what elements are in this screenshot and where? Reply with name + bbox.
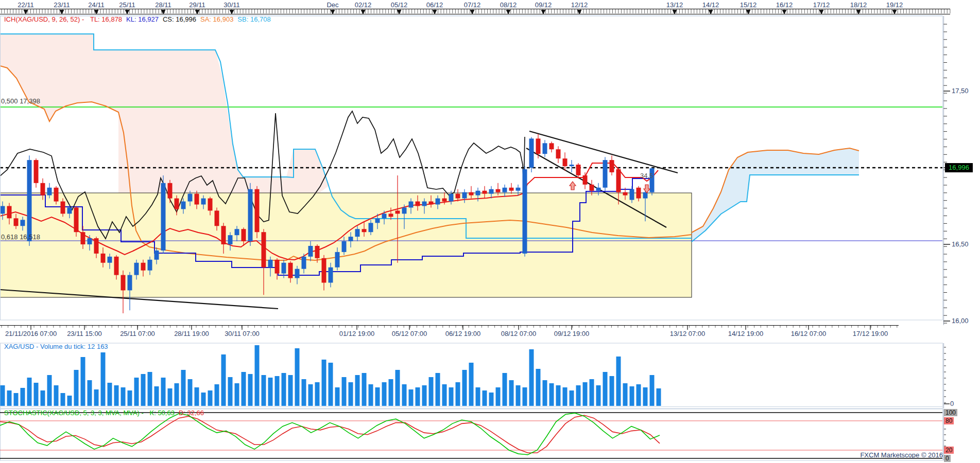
volume-bar	[543, 380, 547, 406]
candle-body	[81, 232, 85, 244]
top-axis-date-triangle	[541, 10, 546, 14]
volume-bar	[108, 383, 112, 406]
candle-body	[416, 202, 420, 206]
candle-body	[1, 206, 5, 214]
volume-bar	[128, 390, 132, 406]
volume-bar	[616, 357, 621, 406]
candle-body	[27, 160, 32, 241]
candle-body	[570, 165, 574, 166]
volume-bar	[181, 370, 186, 406]
volume-bar	[14, 393, 19, 406]
candle-body	[503, 188, 507, 192]
candle-body	[67, 207, 72, 213]
candle-body	[195, 194, 199, 205]
top-axis-date-triangle	[819, 10, 824, 14]
volume-bar	[456, 382, 460, 406]
top-axis-date-triangle	[746, 10, 751, 14]
volume-bar	[315, 382, 320, 406]
volume-bar	[242, 372, 246, 406]
candle-body	[469, 192, 474, 195]
chart-canvas[interactable]	[0, 0, 980, 463]
candle-body	[610, 160, 614, 172]
volume-bar	[637, 384, 641, 406]
top-axis-date-triangle	[892, 10, 897, 14]
volume-bar	[630, 386, 634, 406]
top-axis-date-triangle	[195, 10, 200, 14]
volume-bar	[161, 378, 166, 406]
volume-bar	[576, 385, 581, 406]
candle-body	[543, 143, 547, 154]
candle-body	[342, 241, 347, 252]
candle-body	[456, 194, 460, 199]
top-axis-date-triangle	[506, 10, 511, 14]
volume-bar	[248, 374, 253, 406]
volume-bar	[469, 363, 474, 406]
volume-bar	[81, 357, 85, 406]
candle-body	[322, 258, 326, 283]
candle-body	[208, 199, 213, 211]
candle-body	[295, 269, 300, 278]
candle-body	[54, 188, 59, 202]
volume-bar	[148, 372, 152, 406]
volume-bar	[422, 385, 427, 406]
candle-body	[603, 160, 608, 188]
candle-body	[275, 260, 280, 274]
volume-bar	[496, 387, 501, 406]
volume-bar	[208, 390, 213, 406]
volume-bar	[21, 388, 25, 406]
candle-body	[262, 232, 266, 268]
candle-body	[134, 263, 139, 275]
candle-body	[201, 199, 206, 205]
volume-bar	[442, 384, 447, 406]
candle-body	[396, 210, 400, 213]
candle-body	[7, 206, 12, 219]
volume-bar	[536, 369, 541, 406]
volume-bar	[643, 387, 648, 406]
volume-bar	[61, 393, 65, 406]
top-axis-date-triangle	[470, 10, 475, 14]
volume-bar	[603, 372, 608, 406]
candle-body	[449, 194, 454, 202]
volume-bar	[114, 385, 119, 406]
volume-bar	[503, 373, 507, 406]
candle-body	[429, 202, 434, 205]
candle-body	[563, 158, 568, 166]
volume-bar	[355, 375, 360, 406]
candle-body	[329, 268, 333, 283]
volume-bar	[362, 373, 367, 406]
candle-body	[168, 183, 173, 199]
stoch-k-line	[0, 413, 660, 455]
volume-bar	[175, 383, 179, 406]
top-axis-date-triangle	[24, 10, 28, 14]
volume-bar	[288, 375, 293, 406]
candle-body	[422, 202, 427, 206]
volume-bar	[476, 387, 480, 406]
volume-bar	[436, 373, 440, 406]
top-axis-date-triangle	[125, 10, 130, 14]
volume-bar	[549, 383, 554, 406]
candle-body	[148, 260, 152, 271]
volume-bar	[188, 379, 193, 406]
volume-bar	[54, 385, 59, 406]
candle-body	[114, 257, 119, 275]
volume-bar	[382, 382, 387, 406]
candle-body	[228, 235, 233, 244]
candle-body	[442, 199, 447, 202]
volume-bar	[402, 384, 407, 406]
candle-body	[496, 189, 501, 192]
volume-bar	[556, 385, 561, 406]
volume-bar	[34, 383, 39, 406]
candle-body	[362, 229, 367, 232]
candle-body	[616, 169, 621, 192]
candle-body	[282, 263, 286, 274]
trading-chart-window: ICH(XAG/USD, 9, 26, 52) - TL: 16,878KL: …	[0, 0, 980, 463]
volume-bar	[483, 390, 487, 406]
candle-body	[74, 207, 79, 232]
top-axis-date-triangle	[361, 10, 366, 14]
candle-body	[590, 185, 594, 191]
top-axis-date-triangle	[782, 10, 787, 14]
buy-arrow-marker	[570, 182, 576, 190]
candle-body	[529, 138, 534, 168]
candle-body	[375, 218, 380, 223]
candle-body	[221, 226, 226, 244]
